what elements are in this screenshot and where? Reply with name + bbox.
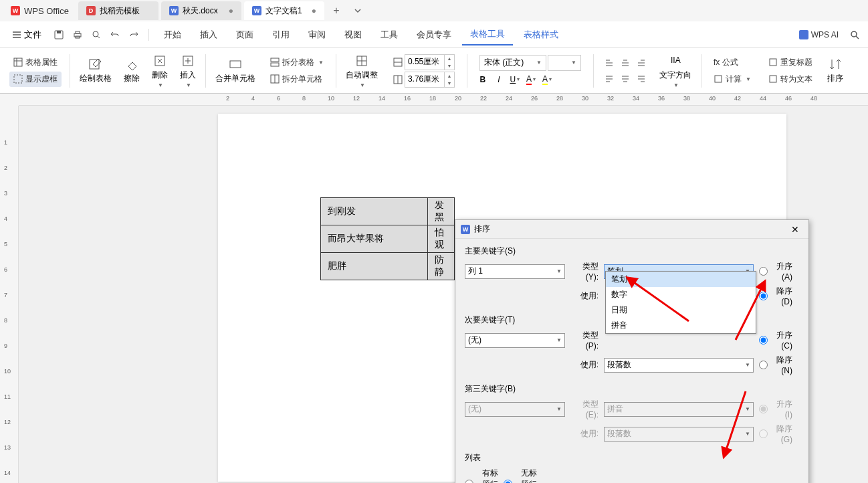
search-icon[interactable] <box>847 27 863 43</box>
file-menu[interactable]: 文件 <box>5 26 48 43</box>
menu-member[interactable]: 会员专享 <box>409 25 459 45</box>
menu-page[interactable]: 页面 <box>228 25 261 45</box>
separator <box>701 54 701 88</box>
align-tr-button[interactable] <box>634 56 649 70</box>
menu-tools[interactable]: 工具 <box>372 25 406 45</box>
menubar: 文件 开始 插入 页面 引用 审阅 视图 工具 会员专享 表格工具 表格样式 W… <box>0 21 868 48</box>
word-icon: W <box>252 6 261 15</box>
annotation-arrow <box>719 388 759 464</box>
menu-table-tools[interactable]: 表格工具 <box>462 24 513 45</box>
modified-dot: ● <box>312 6 316 15</box>
font-size-select[interactable]: ▼ <box>548 55 581 71</box>
insert-button[interactable]: 插入▼ <box>175 51 201 91</box>
svg-text:IIA: IIA <box>671 56 681 65</box>
col-width-input[interactable]: ▲▼ <box>405 72 455 88</box>
ai-icon <box>799 30 808 39</box>
to-text-button[interactable]: 转为文本 <box>764 72 817 87</box>
cell[interactable]: 到刚发 <box>321 198 428 225</box>
print-icon[interactable] <box>70 27 86 43</box>
autofit-button[interactable]: 自动调整▼ <box>340 51 383 91</box>
font-family-select[interactable]: 宋体 (正文)▼ <box>479 55 546 71</box>
align-br-button[interactable] <box>634 72 649 86</box>
align-bl-button[interactable] <box>602 72 617 86</box>
cell[interactable]: 肥胖 <box>321 253 428 280</box>
dialog-titlebar: W 排序 ✕ <box>455 220 808 239</box>
spin-down[interactable]: ▼ <box>445 62 454 70</box>
calc-button[interactable]: 计算▼ <box>710 72 755 87</box>
underline-button[interactable]: U▾ <box>508 72 522 87</box>
draw-table-button[interactable]: 绘制表格 <box>74 54 117 87</box>
merge-cells-button[interactable]: 合并单元格 <box>210 54 261 87</box>
menu-insert[interactable]: 插入 <box>192 25 225 45</box>
highlight-button[interactable]: A▾ <box>540 72 554 87</box>
desc-radio: 降序(G) <box>759 423 792 444</box>
cell[interactable]: 怕观 <box>428 225 455 253</box>
new-tab-button[interactable]: + <box>327 1 346 20</box>
tab-label: 找稻壳模板 <box>100 5 140 17</box>
formula-button[interactable]: fx 公式 <box>710 55 755 70</box>
tab-template[interactable]: D 找稻壳模板 <box>78 1 158 20</box>
wps-ai-button[interactable]: WPS AI <box>799 30 839 39</box>
align-bc-button[interactable] <box>618 72 633 86</box>
desc-radio[interactable]: 降序(N) <box>759 355 792 375</box>
file-label: 文件 <box>24 29 41 41</box>
cell[interactable]: 发黑 <box>428 198 455 225</box>
menu-review[interactable]: 审阅 <box>300 25 334 45</box>
primary-key-select[interactable]: 列 1▼ <box>465 264 565 279</box>
modified-dot: ● <box>229 6 233 15</box>
close-icon[interactable]: ✕ <box>787 223 803 236</box>
undo-icon[interactable] <box>107 27 123 43</box>
secondary-use-select[interactable]: 段落数▼ <box>604 358 754 373</box>
menu-ref[interactable]: 引用 <box>264 25 298 45</box>
type-label: 类型(Y): <box>570 261 599 282</box>
erase-button[interactable]: 擦除 <box>118 54 145 87</box>
row-height-input[interactable]: ▲▼ <box>405 54 455 70</box>
italic-button[interactable]: I <box>492 72 506 87</box>
split-cell-button[interactable]: 拆分单元格 <box>266 72 328 87</box>
spin-up[interactable]: ▲ <box>445 72 454 80</box>
svg-rect-8 <box>14 75 22 83</box>
align-tl-button[interactable] <box>602 56 617 70</box>
align-tc-button[interactable] <box>618 56 633 70</box>
menu-start[interactable]: 开始 <box>156 25 189 45</box>
use-label: 使用: <box>570 290 599 302</box>
use-label: 使用: <box>570 428 599 440</box>
table-row: 到刚发发黑 <box>321 198 455 225</box>
spin-down[interactable]: ▼ <box>445 80 454 87</box>
svg-point-6 <box>851 31 857 37</box>
table-row: 而昂大苹果将怕观 <box>321 225 455 253</box>
document-table[interactable]: 到刚发发黑 而昂大苹果将怕观 肥胖防静 <box>320 197 455 280</box>
annotation-arrow <box>729 280 776 349</box>
sort-button[interactable]: 排序 <box>822 54 849 87</box>
text-direction-button[interactable]: IIA文字方向▼ <box>654 51 697 91</box>
separator <box>336 54 336 88</box>
table-row: 肥胖防静 <box>321 253 455 280</box>
cell[interactable]: 防静 <box>428 253 455 280</box>
table-props-button[interactable]: 表格属性 <box>9 55 62 70</box>
separator <box>205 54 206 88</box>
redo-icon[interactable] <box>126 27 142 43</box>
tab-label: 秋天.docx <box>183 5 218 17</box>
spin-up[interactable]: ▲ <box>445 55 454 62</box>
svg-rect-1 <box>57 31 61 33</box>
asc-radio[interactable]: 升序(A) <box>759 261 792 282</box>
row-height-icon <box>393 57 403 68</box>
tab-doc2[interactable]: W 文字文稿1 ● <box>244 1 324 20</box>
save-icon[interactable] <box>51 27 67 43</box>
split-table-button[interactable]: 拆分表格▼ <box>266 55 328 70</box>
tab-doc1[interactable]: W 秋天.docx ● <box>161 1 241 20</box>
wps-app-icon: W <box>11 6 20 15</box>
preview-icon[interactable] <box>88 27 104 43</box>
no-header-radio[interactable]: 无标题行(W) <box>504 468 537 483</box>
show-grid-button[interactable]: 显示虚框 <box>9 72 62 87</box>
tab-menu-button[interactable] <box>348 1 367 20</box>
menu-table-style[interactable]: 表格样式 <box>516 25 566 45</box>
repeat-header-button[interactable]: 重复标题 <box>764 55 817 70</box>
cell[interactable]: 而昂大苹果将 <box>321 225 428 253</box>
delete-button[interactable]: 删除▼ <box>146 51 173 91</box>
menu-view[interactable]: 视图 <box>336 25 370 45</box>
has-header-radio[interactable]: 有标题行(R) <box>465 468 498 483</box>
secondary-key-select[interactable]: (无)▼ <box>465 333 565 348</box>
font-color-button[interactable]: A▾ <box>524 72 538 87</box>
bold-button[interactable]: B <box>475 72 490 87</box>
